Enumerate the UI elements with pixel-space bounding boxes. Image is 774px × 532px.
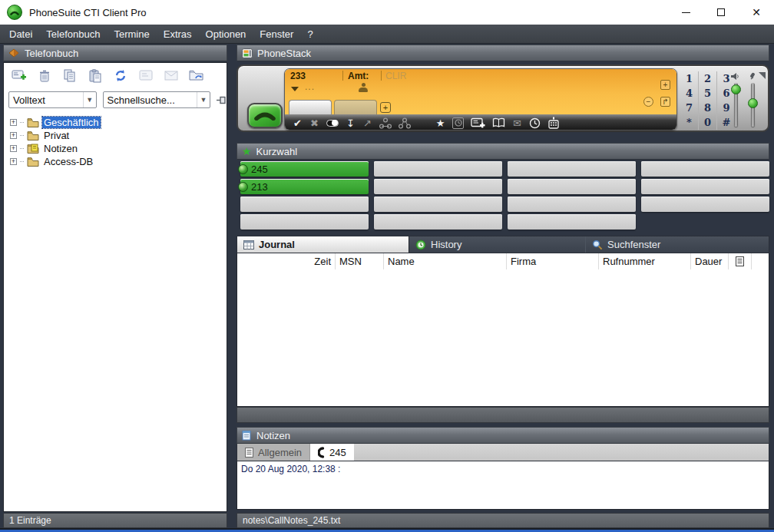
mail-icon-disabled[interactable]: [162, 68, 180, 84]
folder-sync-icon[interactable]: [187, 68, 206, 84]
park-call-icon[interactable]: ↧: [346, 117, 356, 129]
tree-item-notizen[interactable]: + Notizen: [10, 142, 227, 155]
key-4[interactable]: 4: [680, 86, 699, 101]
hold-icon[interactable]: [326, 117, 339, 129]
title-bar[interactable]: PhoneSuite CTI Client Pro ✕: [0, 0, 774, 25]
menu-datei[interactable]: Datei: [2, 25, 39, 44]
key-5[interactable]: 5: [699, 86, 717, 101]
refresh-icon[interactable]: [111, 68, 130, 84]
add-contact-icon[interactable]: [10, 68, 28, 84]
add-contact-card-icon[interactable]: [471, 117, 485, 129]
line-dropdown-icon[interactable]: [291, 87, 299, 91]
paste-icon[interactable]: [86, 68, 104, 84]
speed-dial-button[interactable]: [240, 214, 369, 230]
menu-extras[interactable]: Extras: [157, 25, 199, 44]
menu-termine[interactable]: Termine: [107, 25, 156, 44]
expand-icon[interactable]: +: [10, 119, 17, 126]
speed-dial-button[interactable]: [508, 179, 636, 194]
speed-dial-button[interactable]: [508, 161, 636, 177]
speed-dial-button[interactable]: [374, 179, 502, 194]
dialpad-icon[interactable]: [547, 117, 560, 129]
tree-item-access-db[interactable]: + Access-DB: [10, 155, 227, 168]
key-2[interactable]: 2: [699, 71, 717, 86]
call-tab-1[interactable]: [289, 100, 332, 114]
quick-search-input[interactable]: Schnellsuche... ▼: [103, 91, 210, 108]
tab-journal[interactable]: Journal: [237, 236, 409, 253]
menu-help[interactable]: ?: [300, 25, 319, 44]
expand-icon[interactable]: +: [10, 132, 17, 139]
tab-suchfenster[interactable]: Suchfenster: [586, 236, 769, 253]
notes-panel-header[interactable]: Notizen: [237, 427, 769, 444]
call-tab-2[interactable]: [334, 100, 377, 114]
speed-dial-button[interactable]: [641, 161, 769, 177]
key-hash[interactable]: #: [717, 115, 736, 130]
microphone-volume-knob[interactable]: [748, 98, 758, 108]
menu-fenster[interactable]: Fenster: [253, 25, 300, 44]
key-8[interactable]: 8: [699, 101, 717, 115]
minimize-button[interactable]: [668, 0, 703, 25]
dial-dots: ...: [305, 81, 315, 92]
chevron-down-icon[interactable]: ▼: [197, 92, 210, 107]
redial-history-icon[interactable]: [452, 117, 464, 129]
speed-dial-button[interactable]: 213: [240, 179, 369, 194]
hook-button[interactable]: [247, 103, 283, 128]
maximize-button[interactable]: [703, 0, 739, 25]
phonebook-icon[interactable]: [492, 117, 505, 129]
column-msn[interactable]: MSN: [336, 253, 384, 269]
kurzwahl-panel-header[interactable]: ★ Kurzwahl: [237, 143, 769, 160]
key-star[interactable]: *: [680, 115, 699, 130]
speaker-volume-knob[interactable]: [731, 84, 741, 94]
key-9[interactable]: 9: [717, 101, 736, 115]
speed-dial-button[interactable]: [641, 179, 769, 194]
menu-optionen[interactable]: Optionen: [199, 25, 253, 44]
notes-editor[interactable]: Do 20 Aug 2020, 12:38 :: [237, 461, 769, 510]
pin-icon[interactable]: [217, 95, 227, 105]
tab-history[interactable]: History: [409, 236, 586, 253]
key-1[interactable]: 1: [680, 71, 699, 86]
card-icon-disabled[interactable]: [137, 68, 155, 84]
journal-list[interactable]: [237, 269, 769, 407]
forward-icon[interactable]: ↗: [362, 117, 372, 129]
column-zeit[interactable]: Zeit: [237, 253, 336, 269]
chevron-down-icon[interactable]: ▼: [83, 92, 96, 107]
menu-telefonbuch[interactable]: Telefonbuch: [39, 25, 107, 44]
speed-dial-button[interactable]: [374, 214, 502, 230]
tree-item-privat[interactable]: + Privat: [10, 129, 227, 142]
application-window: PhoneSuite CTI Client Pro ✕ Datei Telefo…: [0, 0, 774, 532]
transfer-conference-icon[interactable]: [399, 117, 411, 129]
email-icon[interactable]: ✉: [512, 117, 522, 129]
delete-icon[interactable]: [35, 68, 54, 84]
column-name[interactable]: Name: [384, 253, 507, 269]
speed-dial-button[interactable]: [240, 197, 369, 212]
tree-item-geschaeftlich[interactable]: + Geschäftlich: [10, 116, 227, 129]
expand-icon[interactable]: +: [10, 145, 17, 152]
close-button[interactable]: ✕: [739, 0, 774, 25]
speed-dial-button[interactable]: [641, 197, 769, 212]
key-7[interactable]: 7: [680, 101, 699, 115]
speed-dial-button[interactable]: [374, 161, 502, 177]
phonebook-panel-header[interactable]: Telefonbuch: [3, 45, 227, 61]
column-rufnummer[interactable]: Rufnummer: [599, 253, 691, 269]
tab-allgemein[interactable]: Allgemein: [237, 444, 310, 461]
hangup-icon[interactable]: ✖: [309, 117, 319, 129]
clock-icon[interactable]: [529, 117, 541, 129]
column-notes[interactable]: [729, 253, 752, 269]
speed-dial-star-icon[interactable]: ★: [435, 117, 445, 129]
expand-icon[interactable]: +: [10, 158, 17, 165]
widget-resize-grip[interactable]: [759, 72, 766, 79]
conference-icon[interactable]: [379, 117, 392, 129]
speed-dial-button[interactable]: [508, 214, 636, 230]
tab-call-245[interactable]: 245: [310, 444, 354, 461]
column-firma[interactable]: Firma: [507, 253, 599, 269]
display-add-button[interactable]: +: [660, 80, 670, 90]
key-0[interactable]: 0: [699, 115, 717, 130]
add-call-tab-button[interactable]: +: [380, 102, 391, 113]
copy-icon[interactable]: [61, 68, 79, 84]
speed-dial-button[interactable]: 245: [240, 161, 369, 177]
speed-dial-button[interactable]: [374, 197, 502, 212]
accept-call-icon[interactable]: ✔: [293, 117, 303, 129]
search-mode-select[interactable]: Volltext ▼: [8, 91, 97, 108]
column-dauer[interactable]: Dauer: [691, 253, 729, 269]
speed-dial-button[interactable]: [508, 197, 636, 212]
phonestack-panel-header[interactable]: PhoneStack: [237, 45, 769, 61]
